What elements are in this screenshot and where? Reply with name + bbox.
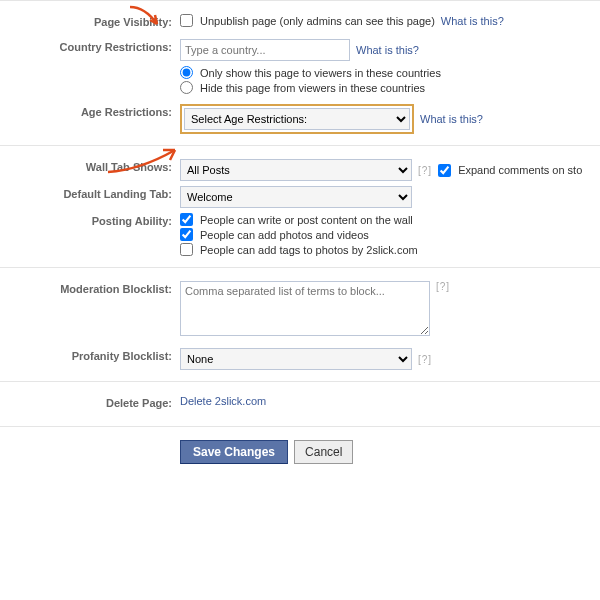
expand-comments-checkbox[interactable] (438, 164, 451, 177)
page-visibility-label: Page Visibility: (0, 12, 180, 28)
save-button[interactable]: Save Changes (180, 440, 288, 464)
wall-tab-select[interactable]: All Posts (180, 159, 412, 181)
landing-select[interactable]: Welcome (180, 186, 412, 208)
age-select-highlight: Select Age Restrictions: (180, 104, 414, 134)
wall-tab-label: Wall Tab Shows: (0, 157, 180, 173)
posting-tags-label: People can add tags to photos by 2slick.… (200, 244, 418, 256)
landing-label: Default Landing Tab: (0, 184, 180, 200)
country-help-link[interactable]: What is this? (356, 44, 419, 56)
country-hide-radio[interactable] (180, 81, 193, 94)
moderation-help[interactable]: [?] (436, 281, 450, 292)
country-show-radio[interactable] (180, 66, 193, 79)
moderation-textarea[interactable] (180, 281, 430, 336)
profanity-select[interactable]: None (180, 348, 412, 370)
posting-label: Posting Ability: (0, 211, 180, 227)
posting-write-label: People can write or post content on the … (200, 214, 413, 226)
country-hide-label: Hide this page from viewers in these cou… (200, 82, 425, 94)
profanity-help[interactable]: [?] (418, 354, 432, 365)
country-show-label: Only show this page to viewers in these … (200, 67, 441, 79)
unpublish-label: Unpublish page (only admins can see this… (200, 15, 435, 27)
visibility-help-link[interactable]: What is this? (441, 15, 504, 27)
age-help-link[interactable]: What is this? (420, 113, 483, 125)
delete-label: Delete Page: (0, 393, 180, 409)
posting-write-checkbox[interactable] (180, 213, 193, 226)
expand-comments-label: Expand comments on sto (458, 164, 582, 176)
age-select[interactable]: Select Age Restrictions: (184, 108, 410, 130)
age-label: Age Restrictions: (0, 102, 180, 118)
delete-link[interactable]: Delete 2slick.com (180, 395, 266, 407)
country-label: Country Restrictions: (0, 37, 180, 53)
unpublish-checkbox[interactable] (180, 14, 193, 27)
posting-tags-checkbox[interactable] (180, 243, 193, 256)
wall-tab-help[interactable]: [?] (418, 165, 432, 176)
moderation-label: Moderation Blocklist: (0, 279, 180, 295)
posting-photos-checkbox[interactable] (180, 228, 193, 241)
posting-photos-label: People can add photos and videos (200, 229, 369, 241)
cancel-button[interactable]: Cancel (294, 440, 353, 464)
country-input[interactable] (180, 39, 350, 61)
profanity-label: Profanity Blocklist: (0, 346, 180, 362)
